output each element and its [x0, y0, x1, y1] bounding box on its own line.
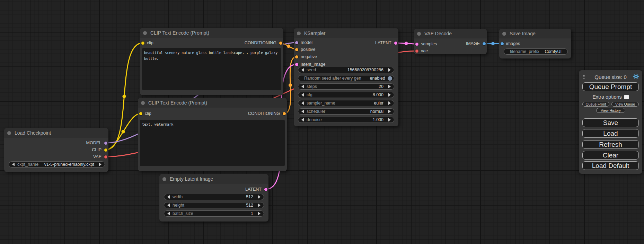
view-history-button[interactable]: View History — [596, 108, 625, 113]
load-button[interactable]: Load — [582, 129, 639, 138]
increment-arrow-icon[interactable] — [388, 118, 391, 121]
decrement-arrow-icon[interactable] — [167, 195, 170, 199]
widget-label: sampler_name — [307, 101, 335, 106]
widget-value: 1 — [251, 211, 253, 216]
increment-arrow-icon[interactable] — [388, 110, 391, 113]
node-clip-text-encode-1[interactable]: CLIP Text Encode (Prompt) clip CONDITION… — [140, 28, 283, 95]
decrement-arrow-icon[interactable] — [301, 93, 304, 97]
input-slot-positive[interactable] — [295, 48, 298, 51]
input-slot-model[interactable] — [295, 41, 298, 44]
output-slot-model[interactable] — [104, 142, 107, 145]
increment-arrow-icon[interactable] — [388, 68, 391, 72]
collapse-dot-icon[interactable] — [417, 32, 421, 36]
node-title: KSampler — [304, 30, 325, 36]
node-ksampler[interactable]: KSampler model LATENT positive negative … — [294, 28, 398, 126]
widget-value: ComfyUI — [545, 49, 562, 54]
widget-height[interactable]: height 512 — [164, 202, 264, 208]
widget-value: 20 — [379, 84, 383, 89]
input-slot-negative[interactable] — [295, 55, 298, 58]
node-load-checkpoint[interactable]: Load Checkpoint MODEL CLIP VAE ckpt_name… — [4, 128, 108, 172]
node-titlebar[interactable]: CLIP Text Encode (Prompt) — [140, 28, 283, 38]
collapse-dot-icon[interactable] — [141, 101, 145, 105]
widget-batch-size[interactable]: batch_size 1 — [164, 210, 264, 217]
decrement-arrow-icon[interactable] — [301, 85, 304, 88]
node-vae-decode[interactable]: VAE Decode samples IMAGE vae — [414, 29, 487, 54]
input-slot-clip[interactable] — [141, 42, 144, 45]
output-slot-clip[interactable] — [104, 148, 107, 152]
input-slot-samples[interactable] — [415, 43, 418, 46]
widget-value: enabled — [370, 76, 386, 81]
increment-arrow-icon[interactable] — [258, 204, 261, 207]
load-default-button[interactable]: Load Default — [582, 161, 639, 170]
widget-filename-prefix[interactable]: filename_prefix ComfyUI — [504, 48, 568, 55]
input-slot-images[interactable] — [501, 42, 504, 45]
collapse-dot-icon[interactable] — [7, 131, 11, 135]
decrement-arrow-icon[interactable] — [12, 163, 15, 166]
clear-button[interactable]: Clear — [582, 151, 639, 160]
decrement-arrow-icon[interactable] — [301, 118, 304, 121]
output-slot-image[interactable] — [483, 42, 486, 45]
output-slot-conditioning[interactable] — [283, 112, 286, 115]
link-midpoint-dot — [289, 83, 292, 87]
widget-cfg[interactable]: cfg 8.000 — [298, 92, 394, 98]
widget-random-seed-toggle[interactable]: Random seed after every gen enabled — [298, 75, 394, 81]
input-slot-vae[interactable] — [415, 49, 418, 53]
widget-label: ckpt_name — [17, 162, 38, 167]
node-save-image[interactable]: Save Image images filename_prefix ComfyU… — [499, 29, 571, 58]
increment-arrow-icon[interactable] — [99, 163, 102, 166]
increment-arrow-icon[interactable] — [258, 212, 261, 215]
widget-denoise[interactable]: denoise 1.000 — [298, 117, 394, 123]
increment-arrow-icon[interactable] — [388, 101, 391, 105]
extra-options-checkbox[interactable] — [624, 95, 629, 99]
node-empty-latent-image[interactable]: Empty Latent Image LATENT width 512 heig… — [159, 174, 268, 222]
decrement-arrow-icon[interactable] — [167, 204, 170, 207]
output-slot-latent[interactable] — [394, 42, 397, 45]
link-midpoint-dot — [491, 42, 495, 45]
increment-arrow-icon[interactable] — [388, 93, 391, 97]
increment-arrow-icon[interactable] — [258, 195, 261, 199]
save-button[interactable]: Save — [582, 118, 639, 127]
node-titlebar[interactable]: CLIP Text Encode (Prompt) — [138, 98, 287, 108]
input-slot-latent-image[interactable] — [295, 63, 298, 66]
prompt-textarea[interactable]: beautiful scenery nature glass bottle la… — [142, 48, 281, 90]
prompt-textarea[interactable]: text, watermark — [140, 120, 285, 166]
node-clip-text-encode-2[interactable]: CLIP Text Encode (Prompt) clip CONDITION… — [138, 98, 287, 171]
widget-steps[interactable]: steps 20 — [298, 83, 394, 90]
output-slot-conditioning[interactable] — [279, 42, 282, 45]
widget-label: width — [173, 195, 183, 199]
toggle-dot-icon[interactable] — [388, 76, 392, 81]
widget-sampler-name[interactable]: sampler_name euler — [298, 100, 394, 106]
node-titlebar[interactable]: KSampler — [294, 28, 398, 38]
output-slot-vae[interactable] — [104, 155, 107, 159]
widget-scheduler[interactable]: scheduler normal — [298, 108, 394, 115]
queue-front-button[interactable]: Queue Front — [582, 102, 609, 107]
refresh-button[interactable]: Refresh — [582, 140, 639, 149]
decrement-arrow-icon[interactable] — [301, 110, 304, 113]
node-titlebar[interactable]: Save Image — [499, 29, 571, 38]
output-slot-latent[interactable] — [264, 188, 267, 191]
gear-icon[interactable] — [633, 73, 639, 80]
widget-ckpt-name[interactable]: ckpt_name v1-5-pruned-emaonly.ckpt — [9, 161, 105, 168]
decrement-arrow-icon[interactable] — [167, 212, 170, 215]
widget-label: batch_size — [173, 211, 193, 216]
increment-arrow-icon[interactable] — [388, 85, 391, 88]
queue-prompt-button[interactable]: Queue Prompt — [582, 82, 639, 91]
decrement-arrow-icon[interactable] — [301, 101, 304, 105]
decrement-arrow-icon[interactable] — [301, 68, 304, 72]
node-titlebar[interactable]: Load Checkpoint — [4, 128, 108, 138]
input-label-clip: clip — [145, 111, 151, 116]
widget-seed[interactable]: seed 156680208700286 — [298, 67, 394, 73]
output-label-model: MODEL — [86, 141, 102, 145]
output-label-latent: LATENT — [245, 187, 262, 192]
widget-label: seed — [307, 67, 316, 72]
collapse-dot-icon[interactable] — [143, 31, 147, 35]
collapse-dot-icon[interactable] — [162, 177, 166, 181]
widget-width[interactable]: width 512 — [164, 194, 264, 200]
input-slot-clip[interactable] — [139, 112, 142, 115]
view-queue-button[interactable]: View Queue — [611, 102, 639, 107]
collapse-dot-icon[interactable] — [297, 31, 301, 35]
node-titlebar[interactable]: VAE Decode — [414, 29, 487, 38]
node-titlebar[interactable]: Empty Latent Image — [159, 174, 268, 184]
collapse-dot-icon[interactable] — [502, 32, 506, 36]
graph-canvas[interactable]: Load Checkpoint MODEL CLIP VAE ckpt_name… — [0, 0, 644, 244]
